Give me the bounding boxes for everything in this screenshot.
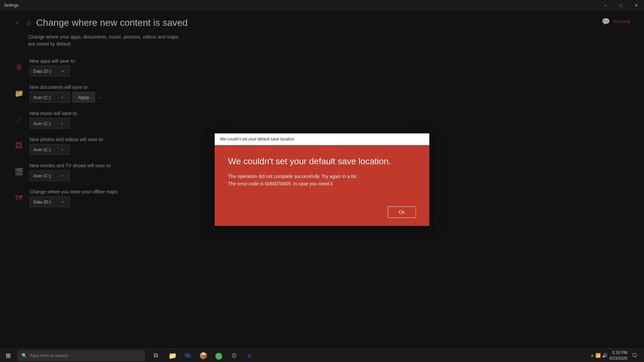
title-bar-left: Settings bbox=[4, 3, 18, 8]
dialog-message: The operation did not complete successfu… bbox=[228, 173, 416, 188]
taskbar-search-box[interactable]: 🔍 Type here to search bbox=[17, 350, 145, 361]
ok-button[interactable]: Ok bbox=[388, 206, 416, 218]
taskbar-pinned-apps: 📁 🛍 📦 ⬤ ⚙ ℯ bbox=[165, 349, 587, 362]
notification-button[interactable]: 🗨 bbox=[629, 349, 640, 362]
dialog-footer: Ok bbox=[215, 206, 429, 226]
taskbar-app-store[interactable]: 🛍 bbox=[180, 349, 195, 362]
close-button[interactable]: ✕ bbox=[629, 0, 644, 11]
minimize-button[interactable]: ─ bbox=[598, 0, 613, 11]
taskbar-view-icons: ⧉ bbox=[149, 349, 162, 362]
search-placeholder: Type here to search bbox=[30, 353, 68, 358]
taskbar-app-edge[interactable]: ℯ bbox=[242, 349, 257, 362]
settings-title: Settings bbox=[4, 3, 18, 8]
clock-time: 5:18 PM bbox=[609, 350, 627, 356]
main-content: 💬 Get help ← ⌂ Change where new content … bbox=[0, 11, 644, 349]
search-icon: 🔍 bbox=[21, 353, 27, 358]
dialog-heading: We couldn't set your default save locati… bbox=[228, 156, 416, 167]
taskbar-app-folder[interactable]: 📁 bbox=[165, 349, 180, 362]
dialog-title-text: We couldn't set your default save locati… bbox=[220, 137, 295, 141]
taskbar-app-chrome[interactable]: ⬤ bbox=[211, 349, 226, 362]
taskbar-app-box[interactable]: 📦 bbox=[196, 349, 211, 362]
dialog-overlay: We couldn't set your default save locati… bbox=[0, 11, 644, 349]
clock-date: 4/23/2020 bbox=[609, 356, 627, 361]
dialog-message-line2: The error code is 0x80070005, in case yo… bbox=[228, 181, 334, 186]
system-clock[interactable]: 5:18 PM 4/23/2020 bbox=[609, 350, 627, 361]
task-view-button[interactable]: ⧉ bbox=[149, 349, 162, 362]
maximize-button[interactable]: □ bbox=[613, 0, 629, 11]
tray-volume[interactable]: 🔊 bbox=[602, 353, 607, 358]
system-tray: ∧ 📶 🔊 bbox=[591, 353, 607, 358]
tray-expand[interactable]: ∧ bbox=[591, 353, 594, 358]
taskbar-right: ∧ 📶 🔊 5:18 PM 4/23/2020 🗨 bbox=[587, 349, 644, 362]
dialog-message-line1: The operation did not complete successfu… bbox=[228, 174, 358, 179]
dialog-title-bar: We couldn't set your default save locati… bbox=[215, 133, 429, 145]
taskbar-app-settings[interactable]: ⚙ bbox=[227, 349, 241, 362]
taskbar: ⊞ 🔍 Type here to search ⧉ 📁 🛍 📦 ⬤ ⚙ ℯ ∧ … bbox=[0, 349, 644, 362]
title-bar: Settings ─ □ ✕ bbox=[0, 0, 644, 11]
tray-network[interactable]: 📶 bbox=[595, 353, 601, 358]
start-button[interactable]: ⊞ bbox=[0, 349, 16, 362]
title-bar-controls: ─ □ ✕ bbox=[598, 0, 644, 11]
dialog-body: We couldn't set your default save locati… bbox=[215, 145, 429, 206]
error-dialog: We couldn't set your default save locati… bbox=[215, 133, 429, 226]
